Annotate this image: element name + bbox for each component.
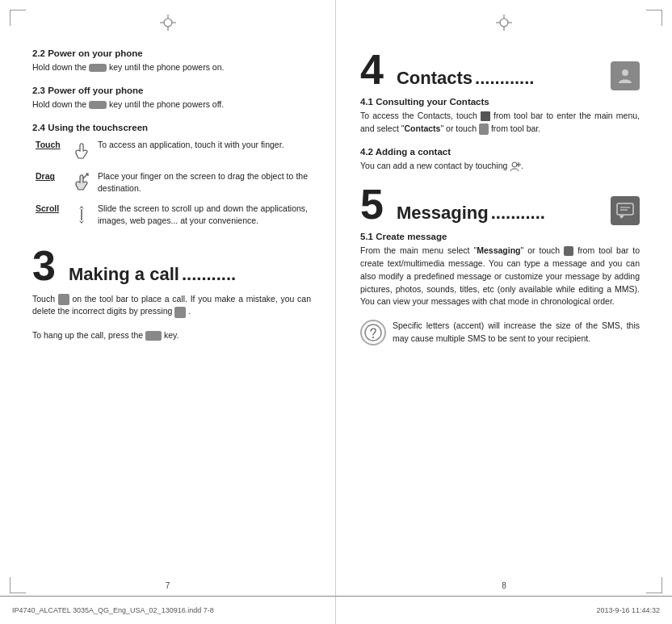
- svg-point-6: [500, 19, 508, 27]
- svg-rect-15: [617, 203, 633, 215]
- chapter-4-number: 4: [360, 48, 384, 90]
- footer-left: IP4740_ALCATEL 3035A_QG_Eng_USA_02_13091…: [12, 606, 336, 614]
- chapter-4-title: Contacts: [397, 68, 472, 88]
- svg-point-11: [622, 69, 628, 76]
- chapter-3-number: 3: [32, 245, 56, 287]
- corner-mark-tl: [10, 10, 26, 26]
- bottom-bar: IP4740_ALCATEL 3035A_QG_Eng_USA_02_13091…: [0, 596, 672, 624]
- section-2-2-body: Hold down the key until the phone powers…: [32, 61, 311, 74]
- scroll-icon-cell: [69, 199, 94, 233]
- chapter-5: 5 Messaging ...........: [360, 183, 640, 346]
- section-2-3: 2.3 Power off your phone Hold down the k…: [32, 86, 311, 111]
- call-icon: [58, 294, 69, 305]
- section-4-2-heading: 4.2 Adding a contact: [360, 147, 640, 157]
- drag-desc: Place your finger on the screen to drag …: [94, 167, 311, 199]
- page-spread: 2.2 Power on your phone Hold down the ke…: [0, 0, 672, 624]
- contacts-bold: Contacts: [405, 124, 441, 133]
- interaction-scroll: Scroll Slide the screen to scroll up and…: [32, 199, 311, 233]
- chapter-3-body1: Touch on the tool bar to place a call. I…: [32, 293, 311, 319]
- note-box: Specific letters (accent) will increase …: [360, 320, 640, 346]
- touch-icon-cell: [69, 136, 94, 168]
- chapter-3-dots: ...........: [182, 264, 236, 284]
- note-text: Specific letters (accent) will increase …: [393, 320, 640, 346]
- section-2-4: 2.4 Using the touchscreen Touch To acces…: [32, 123, 311, 233]
- section-4-1: 4.1 Consulting your Contacts To access t…: [360, 97, 640, 136]
- chapter-4: 4 Contacts ............ 4.1 Consultin: [360, 48, 640, 172]
- section-4-1-heading: 4.1 Consulting your Contacts: [360, 97, 640, 107]
- section-5-1: 5.1 Create message From the main menu se…: [360, 232, 640, 308]
- section-2-3-body: Hold down the key until the phone powers…: [32, 98, 311, 111]
- right-page: 4 Contacts ............ 4.1 Consultin: [336, 0, 672, 624]
- chapter-5-title-area: Messaging ...........: [397, 203, 545, 224]
- interaction-touch: Touch To access an application, touch it…: [32, 136, 311, 168]
- contacts-icon: [611, 61, 640, 90]
- chapter-5-dots: ...........: [491, 203, 545, 223]
- corner-mark-bl: [10, 577, 26, 593]
- chapter-4-dots: ............: [475, 68, 534, 88]
- section-5-1-body: From the main menu select "Messaging" or…: [360, 245, 640, 308]
- drag-label: Drag: [32, 167, 69, 199]
- chapter-3-title-area: Making a call ...........: [69, 264, 236, 285]
- section-2-4-heading: 2.4 Using the touchscreen: [32, 123, 311, 132]
- chapter-3: 3 Making a call ........... Touch on the…: [32, 245, 311, 342]
- drag-icon: [72, 170, 91, 193]
- section-2-2: 2.2 Power on your phone Hold down the ke…: [32, 48, 311, 74]
- scroll-icon: [74, 203, 90, 227]
- drag-icon-cell: [69, 167, 94, 199]
- section-2-2-heading: 2.2 Power on your phone: [32, 48, 311, 58]
- messaging-bold: Messaging: [477, 245, 520, 255]
- svg-point-0: [164, 19, 172, 27]
- power-key-icon-2: [89, 101, 107, 109]
- power-key-icon: [89, 64, 107, 72]
- touch-desc: To access an application, touch it with …: [94, 136, 311, 168]
- touch-icon: [72, 139, 91, 161]
- chapter-3-row: 3 Making a call ...........: [32, 245, 311, 287]
- touch-label: Touch: [32, 136, 69, 168]
- corner-mark-br: [646, 577, 662, 593]
- scroll-desc: Slide the screen to scroll up and down t…: [94, 199, 311, 233]
- messaging-icon: [611, 196, 640, 225]
- messaging-small-icon: [564, 246, 573, 256]
- delete-icon: [174, 307, 186, 318]
- chapter-4-title-area: Contacts ............: [397, 68, 535, 89]
- chapter-3-main: 3 Making a call ...........: [32, 245, 311, 287]
- chapter-5-main: 5 Messaging ...........: [360, 183, 606, 225]
- note-icon: [360, 320, 386, 346]
- section-2-3-heading: 2.3 Power off your phone: [32, 86, 311, 95]
- section-4-2: 4.2 Adding a contact You can add a new c…: [360, 147, 640, 173]
- crosshair-right: [496, 15, 512, 32]
- menu-grid-icon: [481, 111, 490, 121]
- chapter-4-main: 4 Contacts ............: [360, 48, 606, 90]
- footer-right: 2013-9-16 11:44:32: [336, 606, 660, 614]
- crosshair-left: [160, 15, 176, 32]
- add-contact-icon: [510, 161, 521, 172]
- corner-mark-tr: [646, 10, 662, 26]
- page-number-left: 7: [166, 581, 170, 590]
- hangup-key-icon: [145, 331, 162, 341]
- section-4-2-body: You can add a new contact by touching .: [360, 160, 640, 173]
- interaction-table: Touch To access an application, touch it…: [32, 136, 311, 233]
- section-5-1-heading: 5.1 Create message: [360, 232, 640, 241]
- scroll-label: Scroll: [32, 199, 69, 233]
- svg-point-19: [372, 337, 374, 338]
- chapter-5-number: 5: [360, 183, 384, 225]
- section-4-1-body: To access the Contacts, touch from tool …: [360, 110, 640, 136]
- chapter-4-row: 4 Contacts ............: [360, 48, 640, 90]
- chapter-5-title: Messaging: [397, 203, 489, 223]
- chapter-3-body2: To hang up the call, press the key.: [32, 329, 311, 342]
- chapter-3-title: Making a call: [69, 264, 179, 284]
- page-number-right: 8: [502, 581, 506, 590]
- chapter-5-row: 5 Messaging ...........: [360, 183, 640, 225]
- interaction-drag: Drag Place your finger on the screen to …: [32, 167, 311, 199]
- contacts-small-icon: [479, 124, 489, 135]
- left-page: 2.2 Power on your phone Hold down the ke…: [0, 0, 336, 624]
